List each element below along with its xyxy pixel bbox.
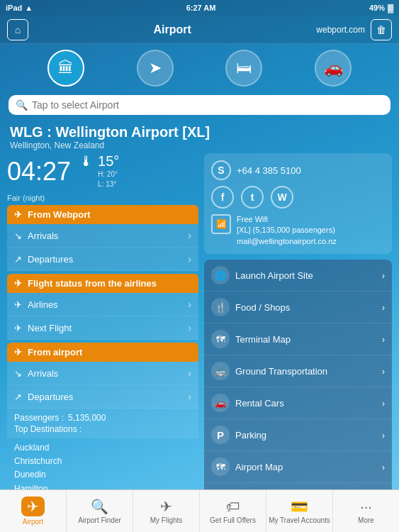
rental-cars-item[interactable]: 🚗 Rental Cars › [204, 387, 392, 419]
bottom-airport-icon: ✈ [27, 499, 39, 514]
arrivals-webport-icon: ↘ [14, 231, 22, 241]
nav-title: Airport [153, 23, 191, 36]
top-destinations-label: Top Destinations : [14, 424, 82, 434]
bottom-accounts-icon: 💳 [291, 498, 308, 515]
launch-site-label: Launch Airport Site [235, 270, 313, 281]
carrier-label: iPad [6, 4, 22, 12]
tab-car[interactable]: 🚗 [315, 50, 352, 87]
flight-status-label: Flight status from the airlines [28, 278, 157, 289]
parking-item[interactable]: P Parking › [204, 419, 392, 451]
launch-airport-site-item[interactable]: 🌐 Launch Airport Site › [204, 260, 392, 292]
food-shops-chevron: › [382, 302, 385, 313]
terminal-map-icon: 🗺 [211, 330, 230, 348]
tab-airport[interactable]: 🏛 [47, 50, 84, 87]
terminal-map-label: Terminal Map [235, 334, 291, 345]
webport-header-icon: ✈ [14, 209, 22, 220]
bottom-tab-offers[interactable]: 🏷 Get Full Offers [200, 490, 266, 532]
dest-dunedin: Dunedin [14, 468, 191, 482]
website-label[interactable]: webport.com [316, 25, 365, 35]
airport-map-item[interactable]: 🗺 Airport Map › [204, 451, 392, 483]
arrivals-airport-item[interactable]: ↘ Arrivals › [7, 362, 198, 385]
from-webport-header: ✈ From Webport [7, 205, 198, 224]
terminal-map-chevron: › [382, 334, 385, 345]
dest-christchurch: Christchurch [14, 455, 191, 468]
wikipedia-icon[interactable]: W [271, 186, 293, 209]
from-airport-label: From airport [28, 347, 82, 358]
rental-cars-label: Rental Cars [235, 398, 284, 409]
bottom-finder-label: Airport Finder [78, 516, 121, 524]
departures-airport-item[interactable]: ↗ Departures › [7, 385, 198, 409]
wifi-icon: ▲ [25, 4, 33, 12]
trash-button[interactable]: 🗑 [371, 19, 392, 40]
parking-label: Parking [235, 430, 266, 440]
temp-high: H: 20° [98, 170, 119, 179]
wifi-detail: [XL] (5,135,000 passengers) [237, 225, 337, 235]
battery-icon: ▓ [388, 4, 393, 12]
passengers-value: 5,135,000 [68, 413, 106, 423]
bottom-offers-icon: 🏷 [226, 499, 240, 515]
nav-right: webport.com 🗑 [316, 19, 392, 40]
passengers-label: Passengers : [14, 413, 64, 423]
twitter-icon[interactable]: t [241, 186, 264, 209]
bottom-tab-airport[interactable]: ✈ Airport [0, 490, 67, 532]
bottom-tab-finder[interactable]: 🔍 Airport Finder [67, 490, 133, 532]
airport-map-icon: 🗺 [211, 458, 230, 476]
food-shops-label: Food / Shops [235, 302, 290, 313]
departures-airport-chevron: › [188, 391, 191, 402]
food-shops-item[interactable]: 🍴 Food / Shops › [204, 292, 392, 323]
next-flight-icon: ✈ [14, 323, 22, 333]
ground-transport-item[interactable]: 🚌 Ground Transportation › [204, 355, 392, 387]
status-bar: iPad ▲ 6:27 AM 49% ▓ [0, 0, 399, 16]
facebook-icon[interactable]: f [211, 186, 234, 209]
bottom-tab-myflights[interactable]: ✈ My Flights [133, 490, 200, 532]
contact-card: S +64 4 385 5100 f t W 📶 Free Wifi [XL] … [204, 153, 392, 254]
arrivals-webport-item[interactable]: ↘ Arrivals › [7, 224, 198, 248]
right-menu: 🌐 Launch Airport Site › 🍴 Food / Shops ›… [204, 260, 392, 514]
bottom-finder-icon: 🔍 [91, 498, 108, 515]
main-content: 04:27 🌡 15° H: 20° L: 13° Fair (night) ✈… [0, 153, 399, 494]
bottom-tab-more[interactable]: ··· More [333, 490, 399, 532]
icon-tab-row: 🏛 ➤ 🛏 🚗 [0, 44, 399, 92]
thermometer-icon: 🌡 [79, 153, 94, 170]
parking-icon: P [211, 426, 230, 444]
airport-map-chevron: › [382, 462, 385, 472]
tab-send[interactable]: ➤ [137, 50, 174, 87]
time-weather-row: 04:27 🌡 15° H: 20° L: 13° [7, 153, 198, 189]
terminal-map-item[interactable]: 🗺 Terminal Map › [204, 323, 392, 355]
status-right: 49% ▓ [369, 4, 393, 12]
airport-info: WLG : Wellington Airport [XL] Wellington… [0, 119, 399, 153]
launch-site-icon: 🌐 [211, 266, 230, 284]
arrivals-webport-chevron: › [188, 230, 191, 241]
home-icon: ⌂ [15, 24, 21, 35]
battery-percent: 49% [369, 4, 385, 12]
time-weather: 04:27 🌡 15° H: 20° L: 13° [7, 153, 119, 189]
tab-hotel[interactable]: 🛏 [225, 50, 262, 87]
airlines-label: Airlines [28, 299, 58, 310]
search-icon: 🔍 [16, 99, 28, 111]
bottom-more-label: More [358, 516, 374, 524]
nav-bar: ⌂ Airport webport.com 🗑 [0, 16, 399, 44]
next-flight-chevron: › [188, 322, 191, 333]
airlines-item[interactable]: ✈ Airlines › [7, 293, 198, 316]
search-bar[interactable]: 🔍 [9, 95, 390, 115]
bottom-offers-label: Get Full Offers [210, 516, 256, 524]
wifi-label: Free Wifi [237, 214, 337, 225]
phone-row: S +64 4 385 5100 [211, 160, 385, 180]
departures-webport-item[interactable]: ↗ Departures › [7, 248, 198, 271]
flight-status-header: ✈ Flight status from the airlines [7, 274, 198, 293]
phone-number[interactable]: +64 4 385 5100 [237, 165, 301, 176]
ground-transport-chevron: › [382, 366, 385, 377]
parking-chevron: › [382, 430, 385, 440]
bottom-tab-accounts[interactable]: 💳 My Travel Accounts [266, 490, 333, 532]
bottom-myflights-icon: ✈ [160, 498, 172, 515]
status-time: 6:27 AM [186, 4, 216, 12]
home-button[interactable]: ⌂ [7, 19, 28, 40]
next-flight-item[interactable]: ✈ Next Flight › [7, 316, 198, 340]
wifi-email[interactable]: mail@wellingtonairport.co.nz [237, 236, 337, 247]
food-shops-icon: 🍴 [211, 298, 230, 316]
departures-webport-label: Departures [28, 254, 73, 265]
rental-cars-chevron: › [382, 398, 385, 409]
search-input[interactable] [32, 99, 383, 111]
skype-icon[interactable]: S [211, 160, 231, 180]
hotel-tab-icon: 🛏 [236, 59, 252, 77]
